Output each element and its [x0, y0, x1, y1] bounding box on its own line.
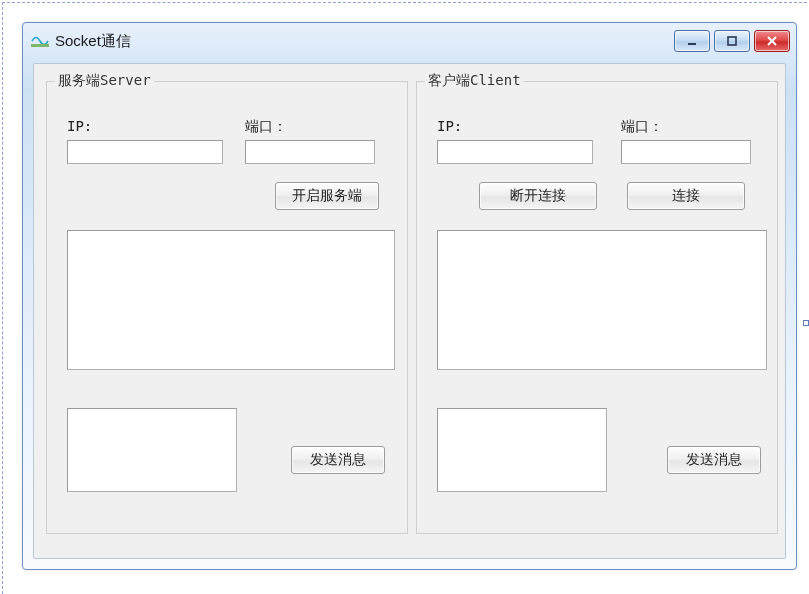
server-send-button[interactable]: 发送消息: [291, 446, 385, 474]
close-button[interactable]: [754, 30, 790, 52]
svg-rect-1: [688, 43, 696, 45]
server-port-input[interactable]: [245, 140, 375, 164]
window-controls: [674, 30, 790, 52]
designer-canvas: Socket通信: [0, 0, 809, 594]
window-title: Socket通信: [55, 32, 674, 51]
client-ip-input[interactable]: [437, 140, 593, 164]
server-groupbox: 服务端Server IP: 端口： 开启服务端 发送消息: [46, 72, 408, 534]
client-area: 服务端Server IP: 端口： 开启服务端 发送消息 客户端Client I…: [33, 63, 786, 559]
server-legend: 服务端Server: [55, 72, 154, 90]
server-port-label: 端口：: [245, 118, 287, 136]
server-ip-input[interactable]: [67, 140, 223, 164]
minimize-button[interactable]: [674, 30, 710, 52]
maximize-icon: [726, 35, 738, 47]
client-port-input[interactable]: [621, 140, 751, 164]
designer-guide-vertical: [2, 2, 3, 594]
maximize-button[interactable]: [714, 30, 750, 52]
app-icon: [31, 34, 49, 48]
client-ip-label: IP:: [437, 118, 462, 134]
client-port-label: 端口：: [621, 118, 663, 136]
server-log-textarea[interactable]: [67, 230, 395, 370]
client-disconnect-button[interactable]: 断开连接: [479, 182, 597, 210]
client-log-textarea[interactable]: [437, 230, 767, 370]
server-send-textarea[interactable]: [67, 408, 237, 492]
minimize-icon: [686, 35, 698, 47]
client-send-textarea[interactable]: [437, 408, 607, 492]
svg-rect-2: [728, 37, 736, 45]
titlebar[interactable]: Socket通信: [23, 23, 796, 59]
svg-rect-0: [31, 44, 49, 47]
server-ip-label: IP:: [67, 118, 92, 134]
designer-resize-handle[interactable]: [803, 320, 809, 326]
client-legend: 客户端Client: [425, 72, 524, 90]
designer-guide-horizontal: [2, 2, 807, 3]
server-start-button[interactable]: 开启服务端: [275, 182, 379, 210]
app-window: Socket通信: [22, 22, 797, 570]
client-connect-button[interactable]: 连接: [627, 182, 745, 210]
client-send-button[interactable]: 发送消息: [667, 446, 761, 474]
close-icon: [766, 35, 778, 47]
client-groupbox: 客户端Client IP: 端口： 断开连接 连接 发送消息: [416, 72, 778, 534]
